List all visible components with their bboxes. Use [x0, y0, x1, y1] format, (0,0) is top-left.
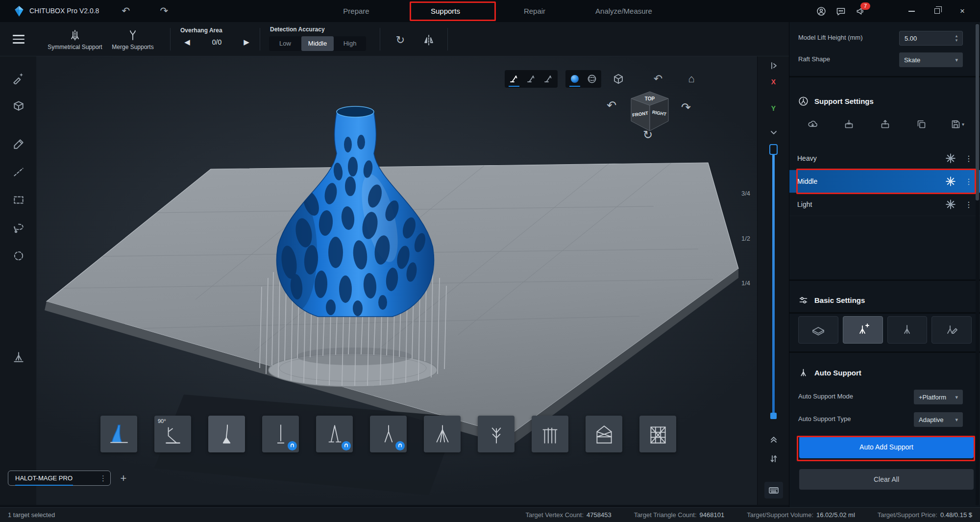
model-lift-height-row: Model Lift Height (mm) ▴ ▾ — [789, 29, 980, 48]
overhang-next-icon[interactable]: ▶ — [241, 38, 252, 47]
add-support-type-button[interactable] — [843, 316, 883, 344]
feedback-icon[interactable] — [831, 3, 851, 19]
perspective-cube-button[interactable] — [610, 70, 627, 88]
menu-button[interactable] — [0, 22, 37, 56]
panel-scrollbar[interactable] — [976, 23, 979, 505]
rotate-left-icon[interactable]: ↶ — [604, 99, 619, 112]
support-settings-header: Support Settings — [789, 94, 980, 108]
tab-analyze-measure[interactable]: Analyze/Measure — [579, 0, 668, 22]
thumb-angle-support[interactable]: 90° — [154, 416, 191, 452]
printer-tab-menu-icon[interactable]: ⋮ — [99, 474, 106, 483]
auto-add-support-button[interactable]: Auto Add Support — [799, 436, 974, 458]
flip-range-icon[interactable] — [758, 454, 789, 463]
thumb-pillar-support[interactable] — [208, 416, 245, 452]
cloud-download-icon[interactable] — [805, 117, 820, 131]
spin-down-icon[interactable]: ▾ — [956, 38, 958, 43]
edit-support-type-button[interactable] — [931, 316, 972, 344]
solid-shading-button[interactable] — [567, 72, 583, 86]
copy-profile-icon[interactable] — [914, 117, 929, 131]
slider-thumb[interactable] — [769, 144, 778, 155]
tab-supports[interactable]: Supports — [401, 0, 490, 22]
refresh-supports-button[interactable]: ↻ — [391, 33, 410, 48]
rotate-cw-view-icon[interactable]: ↻ — [640, 128, 655, 142]
raft-shape-dropdown[interactable]: Skate ▾ — [899, 52, 963, 67]
undo-icon[interactable]: ↶ — [118, 4, 134, 19]
preset-menu-icon[interactable]: ⋮ — [965, 177, 973, 186]
auto-support-mode-dropdown[interactable]: +Platform ▾ — [914, 390, 963, 404]
redo-icon[interactable]: ↷ — [156, 4, 172, 19]
notifications-icon[interactable]: 7 — [851, 3, 870, 19]
thumb-slim-pillar-support[interactable] — [262, 416, 299, 452]
preset-heavy[interactable]: Heavy ⋮ — [789, 147, 980, 170]
keyboard-shortcuts-button[interactable] — [764, 482, 783, 498]
thumb-cone-support[interactable] — [100, 416, 137, 452]
restore-button[interactable] — [924, 0, 950, 22]
add-printer-button[interactable]: + — [117, 472, 130, 485]
lasso-select-tool[interactable] — [9, 219, 28, 237]
tab-repair[interactable]: Repair — [490, 0, 579, 22]
clear-all-button[interactable]: Clear All — [799, 469, 974, 490]
auto-support-icon — [798, 368, 808, 378]
smart-support-tool[interactable] — [9, 69, 28, 87]
axis-y-label[interactable]: Y — [758, 104, 789, 112]
accuracy-middle-option[interactable]: Middle — [301, 36, 334, 51]
thumb-fence-support[interactable] — [532, 416, 568, 452]
merge-supports-button[interactable]: Merge Supports — [105, 26, 160, 53]
model-lift-height-input[interactable] — [900, 31, 951, 45]
chevron-down-icon[interactable] — [758, 128, 789, 137]
support-structure-icon[interactable] — [945, 176, 956, 187]
support-view-light-button[interactable] — [540, 72, 556, 86]
pen-tool[interactable] — [9, 135, 28, 153]
account-icon[interactable] — [811, 3, 831, 19]
viewport-3d[interactable]: ONE — [37, 56, 757, 505]
thumb-multi-branch-support[interactable] — [424, 416, 461, 452]
line-select-tool[interactable] — [9, 163, 28, 181]
thumb-v-branch-support[interactable] — [316, 416, 353, 452]
overhang-prev-icon[interactable]: ◀ — [181, 38, 193, 47]
tab-prepare[interactable]: Prepare — [312, 0, 401, 22]
stepper-arrows[interactable]: ▴ ▾ — [952, 31, 961, 45]
model-lift-height-stepper[interactable]: ▴ ▾ — [899, 31, 963, 46]
printer-tab[interactable]: HALOT-MAGE PRO ⋮ — [8, 471, 111, 486]
collapse-panel-button[interactable] — [758, 61, 789, 70]
mirror-supports-button[interactable] — [419, 33, 439, 48]
save-profile-icon[interactable]: ▾ — [950, 117, 965, 131]
import-profile-icon[interactable] — [841, 117, 856, 131]
bottom-support-tool[interactable] — [9, 348, 28, 367]
home-view-button[interactable]: ⌂ — [683, 70, 700, 88]
close-button[interactable]: × — [950, 0, 975, 22]
structure-tool[interactable] — [9, 97, 28, 115]
support-view-middle-button[interactable] — [523, 72, 539, 86]
thumb-tree-support[interactable] — [478, 416, 514, 452]
raft-type-button[interactable] — [798, 316, 838, 344]
support-view-all-button[interactable] — [506, 72, 522, 86]
circle-select-tool[interactable] — [9, 247, 28, 265]
thumb-truss-support[interactable] — [586, 416, 622, 452]
symmetrical-support-button[interactable]: Symmetrical Support — [48, 26, 102, 53]
preset-menu-icon[interactable]: ⋮ — [965, 200, 973, 209]
wireframe-shading-button[interactable] — [584, 72, 600, 86]
thumb-lattice-support[interactable] — [639, 416, 676, 452]
accuracy-high-option[interactable]: High — [334, 36, 366, 51]
thumb-y-branch-support[interactable] — [370, 416, 407, 452]
double-chevron-up-icon[interactable] — [758, 435, 789, 444]
clip-height-slider[interactable] — [772, 146, 775, 416]
rotate-right-icon[interactable]: ↷ — [679, 100, 693, 114]
export-profile-icon[interactable] — [878, 117, 892, 131]
scrollbar-thumb[interactable] — [976, 24, 979, 200]
axis-x-label[interactable]: X — [758, 78, 789, 86]
preset-menu-icon[interactable]: ⋮ — [965, 154, 973, 163]
rect-select-tool[interactable] — [9, 191, 28, 209]
preset-middle[interactable]: Middle ⋮ — [789, 170, 980, 193]
support-type-button[interactable] — [887, 316, 928, 344]
support-structure-icon[interactable] — [945, 153, 956, 164]
reset-rotation-button[interactable]: ↶ — [649, 70, 667, 88]
preset-light[interactable]: Light ⋮ — [789, 193, 980, 216]
auto-support-type-dropdown[interactable]: Adaptive ▾ — [914, 412, 963, 427]
support-structure-icon[interactable] — [945, 199, 956, 210]
slider-bottom-node[interactable] — [770, 413, 777, 419]
accuracy-low-option[interactable]: Low — [269, 36, 301, 51]
minimize-button[interactable] — [899, 0, 924, 22]
caret-down-icon[interactable]: ▾ — [962, 122, 964, 127]
vase-model[interactable] — [276, 106, 434, 317]
